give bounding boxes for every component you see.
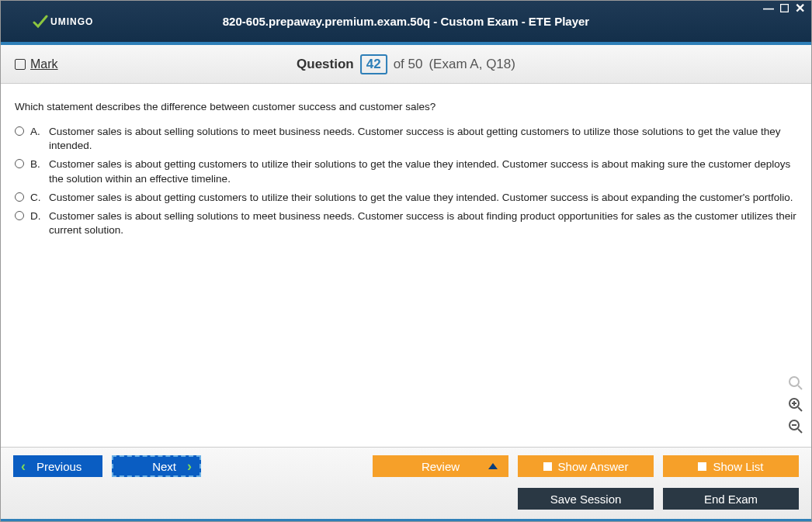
app-logo: UMINGO	[32, 13, 93, 30]
option-c[interactable]: C. Customer sales is about getting custo…	[15, 191, 797, 205]
zoom-out-icon[interactable]	[786, 417, 805, 436]
radio-icon	[15, 192, 24, 202]
option-b[interactable]: B. Customer sales is about getting custo…	[15, 157, 797, 185]
previous-button[interactable]: ‹ Previous	[13, 455, 102, 477]
option-text: Customer sales is about getting customer…	[49, 191, 797, 205]
footer-row-2: Save Session End Exam	[13, 488, 799, 510]
question-toolbar: Mark Question 42 of 50 (Exam A, Q18)	[1, 45, 811, 84]
next-label: Next	[152, 460, 176, 473]
previous-label: Previous	[36, 460, 82, 473]
close-icon[interactable]: ✕	[795, 5, 805, 12]
footer-row-1: ‹ Previous Next › Review Show Answer Sho…	[13, 455, 799, 477]
end-exam-label: End Exam	[704, 493, 758, 506]
show-answer-button[interactable]: Show Answer	[518, 455, 654, 477]
option-letter: C.	[30, 191, 43, 205]
option-letter: A.	[30, 125, 43, 139]
review-button[interactable]: Review	[373, 455, 508, 477]
svg-line-2	[798, 385, 802, 389]
show-answer-label: Show Answer	[558, 460, 629, 473]
radio-icon	[15, 126, 24, 136]
footer: ‹ Previous Next › Review Show Answer Sho…	[1, 447, 811, 521]
window-title: 820-605.prepaway.premium.exam.50q - Cust…	[223, 15, 589, 28]
zoom-in-icon[interactable]	[786, 396, 805, 414]
save-session-button[interactable]: Save Session	[518, 488, 654, 510]
title-bar: UMINGO 820-605.prepaway.premium.exam.50q…	[1, 1, 811, 42]
option-letter: B.	[30, 157, 43, 171]
logo-text: UMINGO	[50, 16, 93, 27]
question-text: Which statement describes the difference…	[15, 101, 797, 112]
show-list-label: Show List	[713, 460, 763, 473]
question-of-total: of 50	[394, 57, 423, 72]
review-label: Review	[422, 460, 460, 473]
svg-line-8	[798, 429, 802, 433]
end-exam-button[interactable]: End Exam	[663, 488, 799, 510]
option-text: Customer sales is about selling solution…	[49, 209, 797, 237]
maximize-icon[interactable]	[780, 4, 789, 12]
mark-label: Mark	[30, 57, 58, 71]
option-text: Customer sales is about getting customer…	[49, 157, 797, 185]
square-icon	[698, 462, 706, 471]
zoom-tools	[786, 374, 805, 436]
option-letter: D.	[30, 209, 43, 223]
question-header: Question 42 of 50 (Exam A, Q18)	[297, 54, 515, 74]
option-d[interactable]: D. Customer sales is about selling solut…	[15, 209, 797, 237]
show-list-button[interactable]: Show List	[663, 455, 799, 477]
question-exam-ref: (Exam A, Q18)	[429, 57, 515, 72]
minimize-icon[interactable]: —	[763, 5, 774, 12]
window-controls: — ✕	[763, 4, 805, 12]
question-content: Which statement describes the difference…	[1, 84, 811, 441]
question-word: Question	[297, 57, 354, 72]
search-icon[interactable]	[786, 374, 805, 392]
bottom-accent-bar	[1, 519, 811, 521]
option-a[interactable]: A. Customer sales is about selling solut…	[15, 125, 797, 153]
mark-checkbox[interactable]: Mark	[15, 57, 58, 71]
triangle-up-icon	[488, 463, 498, 469]
radio-icon	[15, 159, 24, 168]
logo-check-icon	[32, 13, 49, 30]
save-session-label: Save Session	[550, 493, 622, 506]
square-icon	[543, 462, 552, 471]
svg-point-1	[789, 377, 799, 386]
radio-icon	[15, 211, 24, 220]
svg-rect-0	[781, 5, 789, 12]
next-button[interactable]: Next ›	[112, 455, 201, 477]
option-text: Customer sales is about selling solution…	[49, 125, 797, 153]
question-number: 42	[360, 54, 387, 74]
checkbox-icon	[15, 59, 26, 70]
svg-line-4	[798, 407, 802, 411]
